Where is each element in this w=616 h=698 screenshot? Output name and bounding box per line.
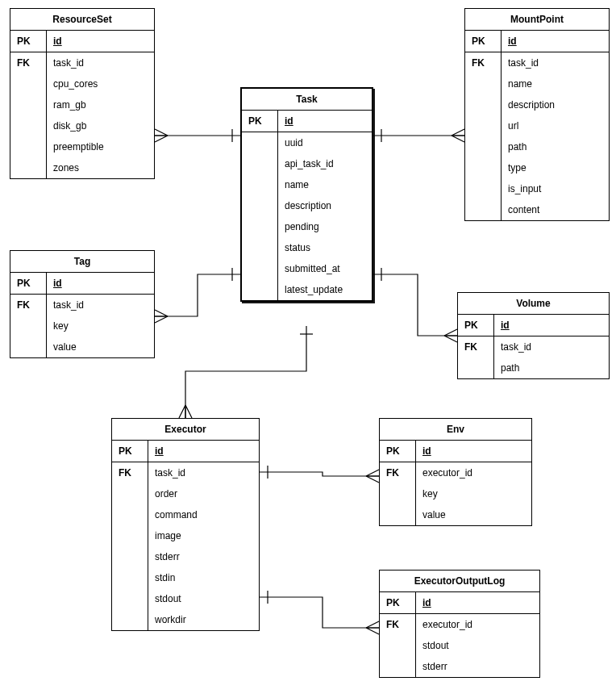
entity-title: MountPoint [465,9,609,31]
attr-col: key [416,483,532,504]
key-col: PK [10,273,47,295]
table-row: PK id [242,111,372,132]
attr-col: stderr [416,656,540,677]
table-row: FKtask_id [458,336,609,358]
key-col [242,132,278,154]
attr-col: task_id [494,336,610,358]
key-col: FK [380,462,416,484]
key-col [380,635,416,656]
attr-col: workdir [148,609,260,630]
attr-col: name [278,174,373,195]
table-row: order [112,483,259,504]
entity-tag: Tag PK id FKtask_id key value [10,250,155,358]
entity-volume: Volume PK id FKtask_id path [457,292,610,379]
key-col [465,94,502,115]
attr-col: uuid [278,132,373,154]
table-row: description [465,94,609,115]
table-row: FKtask_id [112,462,259,484]
attr-col: key [47,316,155,336]
attr-col: executor_id [416,614,540,636]
key-col: PK [10,31,47,52]
key-col [10,94,47,115]
entity-executor: Executor PK id FKtask_id order command i… [111,418,260,631]
table-row: workdir [112,609,259,630]
attr-col: cpu_cores [47,73,155,94]
key-col: PK [242,111,278,132]
entity-table: PK id FKtask_id path [458,315,609,378]
key-col [380,483,416,504]
key-col [112,609,148,630]
entity-table: PK id FKtask_id order command image stde… [112,441,259,630]
attr-col: task_id [47,52,155,74]
attr-col: ram_gb [47,94,155,115]
key-col [112,567,148,588]
key-col [380,504,416,525]
entity-table: PK id FKtask_id name description url pat… [465,31,609,220]
attr-col: value [47,336,155,357]
table-row: stdin [112,567,259,588]
attr-col: disk_gb [47,115,155,136]
key-col [112,483,148,504]
table-row: description [242,195,372,216]
attr-col: stdin [148,567,260,588]
table-row: FKexecutor_id [380,462,531,484]
entity-title: Env [380,419,531,441]
table-row: pending [242,216,372,237]
table-row: FKexecutor_id [380,614,539,636]
attr-col: id [47,31,155,52]
entity-table: PK id FKtask_id cpu_cores ram_gb disk_gb… [10,31,154,178]
table-row: stderr [380,656,539,677]
table-row: command [112,504,259,525]
attr-col: id [416,592,540,614]
table-row: stdout [112,588,259,609]
key-col [465,178,502,199]
key-col: FK [10,295,47,316]
attr-col: path [494,357,610,378]
attr-col: task_id [148,462,260,484]
attr-col: zones [47,157,155,178]
key-col: PK [380,592,416,614]
attr-col: value [416,504,532,525]
key-col [465,136,502,157]
key-col [242,216,278,237]
table-row: PK id [380,592,539,614]
table-row: PK id [380,441,531,462]
table-row: is_input [465,178,609,199]
key-col [465,157,502,178]
entity-title: Executor [112,419,259,441]
table-row: value [380,504,531,525]
attr-col: path [502,136,610,157]
table-row: ram_gb [10,94,154,115]
key-col [242,195,278,216]
attr-col: preemptible [47,136,155,157]
attr-col: image [148,525,260,546]
entity-env: Env PK id FKexecutor_id key value [379,418,532,526]
key-col [10,136,47,157]
table-row: type [465,157,609,178]
attr-col: type [502,157,610,178]
table-row: disk_gb [10,115,154,136]
table-row: name [242,174,372,195]
attr-col: description [278,195,373,216]
table-row: url [465,115,609,136]
attr-col: submitted_at [278,258,373,279]
entity-title: ResourceSet [10,9,154,31]
attr-col: pending [278,216,373,237]
key-col [112,525,148,546]
key-col: FK [458,336,494,358]
key-col [10,73,47,94]
table-row: latest_update [242,279,372,300]
table-row: PK id [10,31,154,52]
table-row: path [458,357,609,378]
attr-col: content [502,199,610,220]
key-col [10,316,47,336]
entity-table: PK id FKexecutor_id stdout stderr [380,592,539,677]
attr-col: id [148,441,260,462]
attr-col: api_task_id [278,153,373,174]
key-col [465,115,502,136]
attr-col: id [416,441,532,462]
table-row: FKtask_id [10,295,154,316]
table-row: status [242,237,372,258]
entity-title: Volume [458,293,609,315]
table-row: PK id [465,31,609,52]
